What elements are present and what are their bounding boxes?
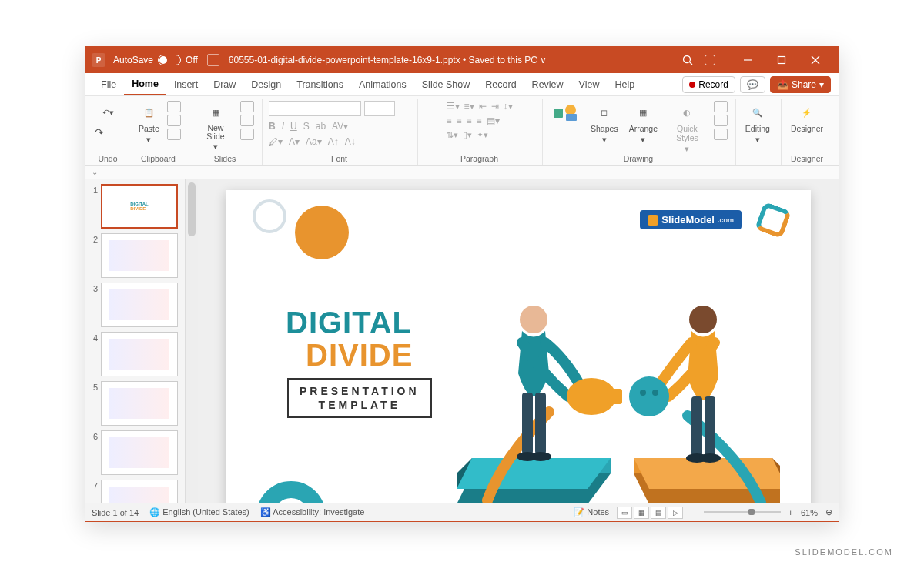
tab-draw[interactable]: Draw	[206, 73, 243, 95]
tab-view[interactable]: View	[571, 73, 608, 95]
undo-button[interactable]: ↶▾	[95, 101, 121, 124]
editing-label: Editing	[745, 124, 770, 133]
person-left	[517, 306, 622, 461]
redo-button[interactable]: ↷	[95, 126, 121, 139]
font-name-input[interactable]	[269, 101, 361, 116]
save-icon[interactable]	[207, 54, 219, 66]
columns-button[interactable]: ▤▾	[487, 115, 500, 126]
smartart-button[interactable]: ✦▾	[477, 130, 488, 140]
quick-styles-button[interactable]: ◐Quick Styles▾	[665, 101, 709, 155]
slide-counter[interactable]: Slide 1 of 14	[92, 508, 139, 517]
decorative-ring-teal	[256, 481, 326, 503]
shape-outline-button[interactable]	[714, 115, 728, 126]
shape-effects-button[interactable]	[714, 129, 728, 140]
tab-record[interactable]: Record	[477, 73, 524, 95]
normal-view-button[interactable]: ▭	[617, 507, 632, 519]
record-button[interactable]: Record	[682, 76, 735, 93]
accessibility-status[interactable]: ♿ Accessibility: Investigate	[260, 507, 365, 517]
tab-insert[interactable]: Insert	[166, 73, 206, 95]
tab-slide-show[interactable]: Slide Show	[414, 73, 478, 95]
shapes-gallery[interactable]	[549, 101, 583, 124]
bullets-button[interactable]: ☰▾	[447, 101, 460, 112]
designer-button[interactable]: ⚡Designer	[788, 101, 826, 135]
thumbnails-scrollbar[interactable]	[186, 179, 198, 503]
fit-window-button[interactable]: ⊕	[825, 507, 832, 517]
highlight-button[interactable]: 🖊▾	[269, 136, 283, 147]
language-status[interactable]: 🌐 English (United States)	[149, 507, 249, 517]
ribbon-collapse-bar[interactable]: ⌄	[85, 166, 839, 179]
chevron-down-icon[interactable]: ∨	[540, 55, 547, 65]
chevron-down-icon: ▾	[685, 144, 689, 153]
zoom-out-button[interactable]: −	[691, 508, 695, 517]
tab-help[interactable]: Help	[607, 73, 642, 95]
slide-thumbnail[interactable]	[101, 430, 178, 475]
sorter-view-button[interactable]: ▦	[634, 507, 649, 519]
editing-button[interactable]: 🔍Editing▾	[742, 101, 773, 146]
tab-transitions[interactable]: Transitions	[289, 73, 351, 95]
slide-thumbnail[interactable]	[101, 480, 178, 503]
slide-thumbnail[interactable]	[101, 332, 178, 376]
minimize-button[interactable]	[731, 47, 765, 73]
slide-thumbnail[interactable]: DIGITALDIVIDE	[101, 184, 178, 229]
tab-file[interactable]: File	[93, 73, 124, 95]
numbering-button[interactable]: ≡▾	[464, 101, 474, 112]
zoom-in-button[interactable]: +	[788, 508, 793, 517]
zoom-percent[interactable]: 61%	[801, 508, 818, 517]
format-painter-button[interactable]	[167, 129, 181, 140]
tab-animations[interactable]: Animations	[351, 73, 414, 95]
paste-button[interactable]: 📋Paste▾	[136, 101, 162, 146]
align-center-button[interactable]: ≡	[457, 115, 462, 126]
search-icon[interactable]	[671, 47, 705, 73]
strikethrough-button[interactable]: S	[303, 121, 310, 132]
slide-thumbnail[interactable]	[101, 233, 178, 278]
font-size-input[interactable]	[364, 101, 395, 116]
text-direction-button[interactable]: ⇅▾	[447, 130, 458, 140]
reading-view-button[interactable]: ▤	[651, 507, 666, 519]
shadow-button[interactable]: ab	[316, 121, 326, 132]
copy-button[interactable]	[167, 115, 181, 126]
tab-review[interactable]: Review	[524, 73, 571, 95]
close-button[interactable]	[798, 47, 832, 73]
font-color-button[interactable]: A▾	[289, 136, 300, 147]
tab-design[interactable]: Design	[243, 73, 289, 95]
ribbon-group-designer: ⚡Designer Designer	[783, 99, 834, 165]
align-text-button[interactable]: ▯▾	[463, 130, 472, 140]
slide-number: 3	[89, 283, 98, 293]
comments-button[interactable]: 💬	[740, 76, 765, 93]
change-case-button[interactable]: Aa▾	[306, 136, 322, 147]
slideshow-view-button[interactable]: ▷	[668, 507, 683, 519]
group-label: Designer	[791, 152, 823, 163]
share-button[interactable]: 📤 Share ▾	[770, 76, 831, 93]
autosave-toggle[interactable]: AutoSave Off	[113, 55, 198, 65]
line-spacing-button[interactable]: ↕▾	[504, 101, 513, 112]
layout-button[interactable]	[240, 101, 254, 112]
new-slide-button[interactable]: ▦New Slide▾	[196, 101, 236, 152]
zoom-slider[interactable]	[704, 511, 781, 513]
slide-thumbnail[interactable]	[101, 381, 178, 426]
arrange-button[interactable]: ▦Arrange▾	[626, 101, 661, 146]
arrange-label: Arrange	[629, 124, 658, 133]
align-right-button[interactable]: ≡	[467, 115, 472, 126]
italic-button[interactable]: I	[282, 121, 284, 132]
scrollbar-thumb[interactable]	[188, 182, 196, 236]
notes-button[interactable]: 📝 Notes	[574, 507, 609, 517]
slide[interactable]: DIGITAL DIVIDE PRESENTATION TEMPLATE Sli…	[226, 190, 811, 503]
mic-icon[interactable]	[705, 55, 715, 65]
reset-button[interactable]	[240, 115, 254, 126]
indent-dec-button[interactable]: ⇤	[479, 101, 487, 112]
align-left-button[interactable]: ≡	[447, 115, 452, 126]
shapes-button[interactable]: ◻Shapes▾	[588, 101, 621, 146]
increase-font-button[interactable]: A↑	[328, 136, 339, 147]
tab-home[interactable]: Home	[124, 73, 166, 95]
decrease-font-button[interactable]: A↓	[345, 136, 356, 147]
indent-inc-button[interactable]: ⇥	[491, 101, 499, 112]
section-button[interactable]	[240, 129, 254, 140]
justify-button[interactable]: ≡	[477, 115, 482, 126]
shape-fill-button[interactable]	[714, 101, 728, 112]
cut-button[interactable]	[167, 101, 181, 112]
underline-button[interactable]: U	[290, 121, 297, 132]
slide-thumbnail[interactable]	[101, 283, 178, 327]
maximize-button[interactable]	[765, 47, 798, 73]
bold-button[interactable]: B	[269, 121, 276, 132]
spacing-button[interactable]: AV▾	[332, 121, 348, 132]
